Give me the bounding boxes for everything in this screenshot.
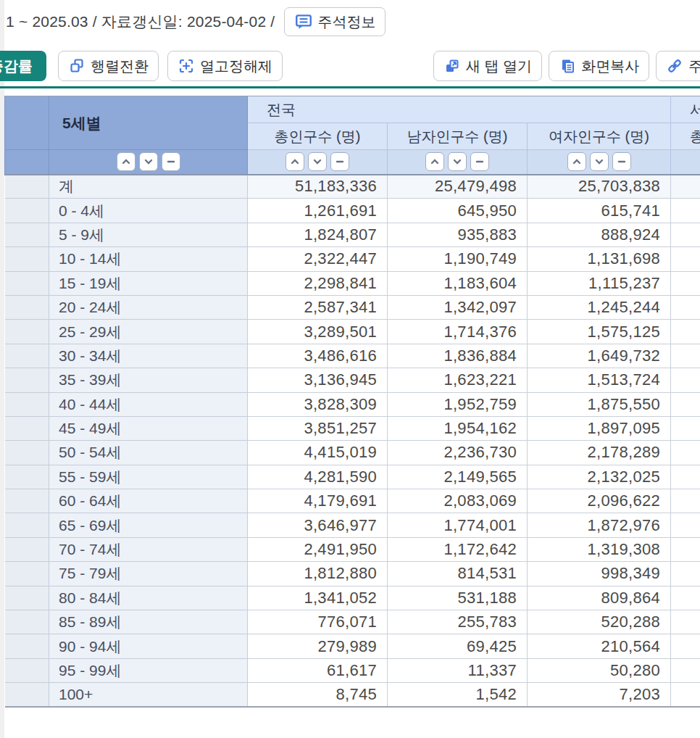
- sort-up-icon[interactable]: [117, 152, 136, 171]
- table-row: 55 - 59세4,281,5902,149,5652,132,025: [5, 465, 700, 489]
- age-label-cell: 20 - 24세: [49, 295, 248, 319]
- row-margin-cell: [5, 199, 49, 223]
- partial-value-cell: [671, 344, 700, 368]
- row-margin-cell: [5, 271, 49, 295]
- partial-value-cell: [671, 175, 700, 199]
- row-margin-cell: [5, 344, 49, 368]
- collapse-icon[interactable]: [162, 152, 180, 171]
- partial-value-cell: [671, 368, 700, 392]
- partial-value-cell: [671, 465, 700, 489]
- age-label-cell: 계: [49, 175, 248, 199]
- partial-value-cell: [671, 586, 700, 610]
- table-row: 85 - 89세776,071255,783520,288: [5, 610, 700, 634]
- info-bar: 1 ~ 2025.03 / 자료갱신일: 2025-04-02 / 주석정보: [6, 6, 386, 38]
- link-icon: [666, 57, 683, 75]
- table-row: 25 - 29세3,289,5011,714,3761,575,125: [5, 320, 700, 344]
- row-margin-cell: [5, 416, 49, 440]
- partial-value-cell: [671, 513, 700, 537]
- sort-corner-cell: [5, 150, 49, 175]
- screen-copy-button[interactable]: 화면복사: [549, 51, 649, 81]
- address-source-button[interactable]: 주소/출처: [656, 51, 700, 81]
- sort-down-icon[interactable]: [448, 152, 467, 171]
- age-label-cell: 75 - 79세: [49, 562, 248, 586]
- partial-value-cell: [671, 562, 700, 586]
- row-margin-cell: [5, 634, 49, 658]
- age-label-cell: 80 - 84세: [49, 586, 248, 610]
- total-value-cell: 776,071: [248, 610, 388, 634]
- partial-value-cell: [671, 271, 700, 295]
- rate-button[interactable]: 증감률: [0, 51, 46, 81]
- partial-value-cell: [671, 683, 700, 707]
- partial-value-cell: [671, 441, 700, 465]
- toolbar-right-group: 새 탭 열기 화면복사: [433, 51, 700, 81]
- male-value-cell: 1,952,759: [388, 392, 528, 416]
- total-value-cell: 3,136,945: [248, 368, 388, 392]
- table-row: 75 - 79세1,812,880814,531998,349: [5, 562, 700, 586]
- table-row: 50 - 54세4,415,0192,236,7302,178,289: [5, 441, 700, 465]
- female-value-cell: 1,131,698: [528, 247, 671, 271]
- male-value-cell: 1,954,162: [388, 416, 528, 440]
- age-label-cell: 15 - 19세: [49, 271, 248, 295]
- period-text: 1 ~ 2025.03 / 자료갱신일: 2025-04-02 /: [6, 12, 275, 32]
- table-row: 100+8,7451,5427,203: [5, 683, 700, 707]
- partial-value-cell: [671, 223, 700, 246]
- population-table: 5세별 전국 서 총인구수 (명) 남자인구수 (명) 여자인구수 (명) 총: [4, 96, 700, 708]
- sort-down-icon[interactable]: [590, 152, 609, 171]
- female-value-cell: 1,115,237: [528, 271, 671, 295]
- age-label-cell: 35 - 39세: [49, 368, 248, 392]
- table-row: 계51,183,33625,479,49825,703,838: [5, 175, 700, 199]
- row-margin-cell: [5, 392, 49, 416]
- female-value-cell: 1,649,732: [528, 344, 671, 368]
- row-margin-cell: [5, 223, 49, 246]
- male-value-cell: 1,183,604: [388, 271, 528, 295]
- annotation-info-button[interactable]: 주석정보: [284, 7, 386, 36]
- row-margin-cell: [5, 368, 49, 392]
- sort-down-icon[interactable]: [139, 152, 158, 171]
- female-value-cell: 1,319,308: [528, 537, 671, 561]
- male-value-cell: 2,236,730: [388, 441, 528, 465]
- male-value-cell: 531,188: [388, 586, 528, 610]
- female-value-cell: 210,564: [528, 634, 671, 658]
- sort-cell-age: [49, 150, 248, 175]
- male-value-cell: 814,531: [388, 562, 528, 586]
- sort-up-icon[interactable]: [286, 152, 304, 171]
- age-label-cell: 95 - 99세: [49, 658, 248, 682]
- total-value-cell: 1,824,807: [248, 223, 388, 246]
- total-value-cell: 1,812,880: [248, 562, 388, 586]
- row-margin-cell: [5, 658, 49, 682]
- age-label-cell: 45 - 49세: [49, 416, 248, 440]
- row-margin-cell: [5, 247, 49, 271]
- copy-icon: [559, 57, 576, 75]
- row-margin-cell: [5, 513, 49, 537]
- collapse-icon[interactable]: [470, 152, 489, 171]
- female-value-cell: 7,203: [528, 683, 671, 707]
- annotation-info-label: 주석정보: [317, 12, 375, 32]
- female-value-cell: 1,575,125: [528, 320, 671, 344]
- data-grid: 5세별 전국 서 총인구수 (명) 남자인구수 (명) 여자인구수 (명) 총: [4, 96, 700, 708]
- new-tab-button[interactable]: 새 탭 열기: [433, 51, 542, 81]
- age-label-cell: 65 - 69세: [49, 513, 248, 537]
- age-label-cell: 40 - 44세: [49, 392, 248, 416]
- row-margin-cell: [5, 489, 49, 513]
- sort-up-icon[interactable]: [567, 152, 586, 171]
- collapse-icon[interactable]: [612, 152, 631, 171]
- table-row: 30 - 34세3,486,6161,836,8841,649,732: [5, 344, 700, 368]
- table-row: 95 - 99세61,61711,33750,280: [5, 658, 700, 682]
- transpose-icon: [68, 57, 86, 75]
- male-value-cell: 11,337: [388, 658, 528, 682]
- table-row: 5 - 9세1,824,807935,883888,924: [5, 223, 700, 246]
- unfreeze-grid-icon: [178, 57, 195, 75]
- total-value-cell: 3,646,977: [248, 513, 388, 537]
- sort-down-icon[interactable]: [308, 152, 327, 171]
- sort-controls-row: [5, 150, 700, 175]
- unfreeze-columns-button[interactable]: 열고정해제: [167, 51, 283, 81]
- table-row: 35 - 39세3,136,9451,623,2211,513,724: [5, 368, 700, 392]
- row-margin-cell: [5, 295, 49, 319]
- female-value-cell: 998,349: [528, 562, 671, 586]
- sort-up-icon[interactable]: [425, 152, 444, 171]
- female-value-cell: 50,280: [528, 658, 671, 682]
- transpose-button[interactable]: 행렬전환: [58, 51, 159, 81]
- male-value-cell: 1,836,884: [388, 344, 528, 368]
- sort-cell-female: [528, 150, 671, 175]
- collapse-icon[interactable]: [330, 152, 349, 171]
